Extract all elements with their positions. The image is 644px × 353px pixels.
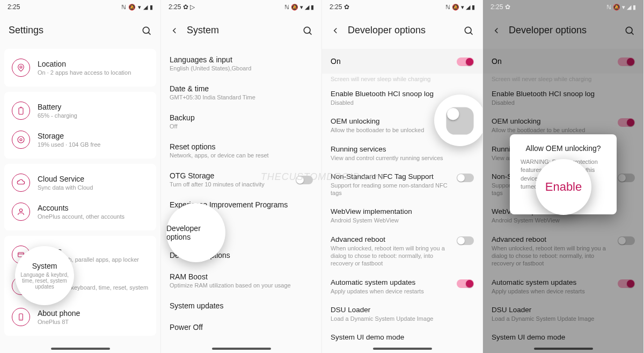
- item-title: Non-Standard NFC Tag Support: [331, 172, 451, 181]
- item-title: System updates: [170, 301, 313, 310]
- item-title: Advanced reboot: [331, 235, 451, 243]
- item-subtitle: 19% used · 104 GB free: [38, 141, 149, 148]
- dev-item-system-ui-demo-mode[interactable]: System UI demo mode: [322, 328, 482, 347]
- system-item-power-off[interactable]: Power Off: [170, 316, 313, 338]
- screen-settings: 2:25 ℕ 🔕 ▾ ◢ ▮ Settings LocationOn · 2 a…: [0, 0, 161, 353]
- svg-point-15: [465, 27, 471, 33]
- system-item-languages-input[interactable]: Languages & inputEnglish (United States)…: [170, 49, 313, 78]
- item-title: OTG Storage: [170, 171, 265, 180]
- svg-point-7: [19, 209, 22, 212]
- status-bar: 2:25 ✿ ℕ 🔕 ▾ ◢ ▮: [322, 0, 482, 14]
- highlight-oem-toggle: [434, 95, 483, 146]
- item-subtitle: On · 2 apps have access to location: [38, 69, 149, 76]
- toggle[interactable]: [457, 236, 474, 245]
- settings-group: Battery65% - chargingStorage19% used · 1…: [4, 92, 156, 159]
- dev-item-non-standard-nfc-tag-support[interactable]: Non-Standard NFC Tag SupportSupport for …: [322, 167, 482, 203]
- search-icon[interactable]: [302, 25, 313, 36]
- search-icon[interactable]: [463, 25, 474, 36]
- dev-item-dsu-loader[interactable]: DSU LoaderLoad a Dynamic System Update I…: [322, 300, 482, 328]
- toggle[interactable]: [457, 174, 474, 182]
- battery-icon: [12, 102, 30, 120]
- status-bar: 2:25 ✿ ▷ ℕ 🔕 ▾ ◢ ▮: [161, 0, 321, 14]
- storage-icon: [12, 131, 30, 149]
- item-subtitle: OnePlus 8T: [38, 319, 149, 325]
- search-icon[interactable]: [141, 25, 152, 36]
- dialog-enable[interactable]: Enable: [545, 180, 582, 194]
- system-item-reset-options[interactable]: Reset optionsNetwork, apps, or device ca…: [170, 136, 313, 165]
- back-icon[interactable]: [331, 26, 340, 35]
- system-item-ram-boost[interactable]: RAM BoostOptimize RAM utilization based …: [170, 266, 313, 295]
- page-title: Settings: [9, 25, 43, 36]
- truncated-prev: Screen will never sleep while charging: [322, 74, 482, 84]
- item-subtitle: GMT+05:30 India Standard Time: [170, 94, 313, 100]
- svg-point-2: [20, 66, 22, 68]
- settings-item-accounts[interactable]: AccountsOnePlus account, other accounts: [4, 197, 156, 226]
- nav-bar[interactable]: [212, 348, 271, 350]
- screen-developer-options: 2:25 ✿ ℕ 🔕 ▾ ◢ ▮ Developer options On Sc…: [322, 0, 483, 353]
- item-subtitle: Sync data with Cloud: [38, 184, 149, 191]
- header: Settings: [0, 14, 160, 49]
- header: Developer options: [322, 14, 482, 49]
- pin-icon: [12, 59, 30, 77]
- master-toggle-row[interactable]: On: [322, 49, 482, 74]
- settings-group: LocationOn · 2 apps have access to locat…: [4, 49, 156, 87]
- back-icon[interactable]: [170, 26, 179, 35]
- settings-item-location[interactable]: LocationOn · 2 apps have access to locat…: [4, 53, 156, 82]
- battery-icon: ▮: [150, 4, 153, 11]
- item-title: RAM Boost: [170, 272, 313, 281]
- svg-point-0: [143, 27, 149, 33]
- master-toggle[interactable]: [457, 57, 474, 66]
- item-subtitle: English (United States),Gboard: [170, 65, 313, 71]
- item-title: Power Off: [170, 323, 313, 332]
- item-title: Battery: [38, 103, 149, 111]
- item-subtitle: Network, apps, or device can be reset: [170, 152, 313, 159]
- item-title: OEM unlocking: [331, 117, 451, 125]
- system-item-date-time[interactable]: Date & timeGMT+05:30 India Standard Time: [170, 78, 313, 107]
- dev-item-automatic-system-updates[interactable]: Automatic system updatesApply updates wh…: [322, 273, 482, 300]
- mute-icon: 🔕: [128, 4, 136, 11]
- status-time: 2:25: [8, 3, 20, 11]
- item-title: Languages & input: [170, 55, 313, 64]
- nav-bar[interactable]: [51, 348, 110, 350]
- svg-point-6: [20, 139, 22, 141]
- item-subtitle: Support for reading some non-standard NF…: [331, 182, 451, 197]
- nav-bar[interactable]: [373, 348, 432, 350]
- item-subtitle: Android System WebView: [331, 217, 474, 224]
- svg-point-13: [304, 27, 310, 33]
- status-bar: 2:25 ✿ ℕ 🔕 ▾ ◢ ▮: [483, 0, 643, 14]
- svg-point-5: [18, 136, 24, 143]
- screen-system: 2:25 ✿ ▷ ℕ 🔕 ▾ ◢ ▮ System Languages & in…: [161, 0, 322, 353]
- item-subtitle: Off: [170, 123, 313, 129]
- item-subtitle: Apply updates when device restarts: [331, 287, 451, 295]
- cloud-icon: [12, 174, 30, 192]
- item-subtitle: View and control currently running servi…: [331, 154, 474, 162]
- item-title: System UI demo mode: [331, 333, 474, 341]
- page-title: Developer options: [348, 25, 426, 36]
- toggle[interactable]: [296, 176, 313, 184]
- settings-item-about-phone[interactable]: About phoneOnePlus 8T: [4, 302, 156, 332]
- screen-oem-dialog: 2:25 ✿ ℕ 🔕 ▾ ◢ ▮ Developer options On Sc…: [483, 0, 644, 353]
- svg-line-16: [470, 32, 472, 34]
- settings-item-storage[interactable]: Storage19% used · 104 GB free: [4, 125, 156, 154]
- signal-icon: ◢: [143, 4, 148, 11]
- item-subtitle: OnePlus account, other accounts: [38, 213, 149, 220]
- svg-line-1: [148, 32, 150, 34]
- dev-item-advanced-reboot[interactable]: Advanced rebootWhen unlocked, reboot ite…: [322, 230, 482, 273]
- highlight-enable: Enable: [536, 159, 591, 215]
- dev-item-webview-implementation[interactable]: WebView implementationAndroid System Web…: [322, 202, 482, 229]
- header: System: [161, 14, 321, 49]
- system-item-backup[interactable]: BackupOff: [170, 107, 313, 136]
- item-subtitle: When unlocked, reboot item will bring yo…: [331, 244, 451, 268]
- item-title: Date & time: [170, 84, 313, 93]
- toggle[interactable]: [457, 279, 474, 288]
- system-item-system-updates[interactable]: System updates: [170, 295, 313, 316]
- item-title: Reset options: [170, 142, 313, 151]
- item-title: Storage: [38, 132, 149, 140]
- nfc-icon: ℕ: [121, 4, 126, 11]
- item-title: Accounts: [38, 204, 149, 212]
- system-item-otg-storage[interactable]: OTG StorageTurn off after 10 minutes of …: [170, 165, 313, 194]
- settings-item-cloud-service[interactable]: Cloud ServiceSync data with Cloud: [4, 168, 156, 197]
- settings-item-battery[interactable]: Battery65% - charging: [4, 96, 156, 125]
- item-title: WebView implementation: [331, 207, 474, 215]
- wifi-icon: ▾: [138, 4, 141, 11]
